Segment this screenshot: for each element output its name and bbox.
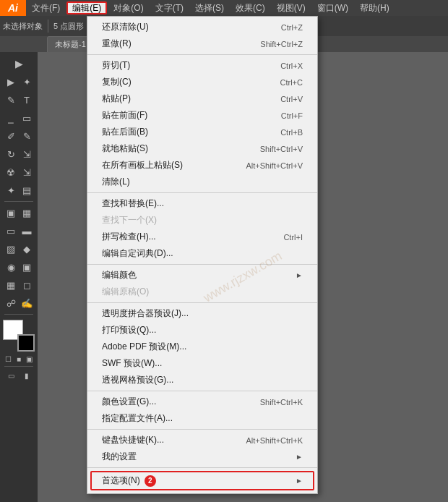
menu-item-perspective-preset[interactable]: 透视网格预设(G)... <box>87 372 317 388</box>
menu-item-print-preset-label: 打印预设(Q)... <box>102 324 156 336</box>
menu-window[interactable]: 窗口(W) <box>311 0 354 16</box>
tool-eyedropper[interactable]: ◆ <box>19 240 35 258</box>
tool-live-paint[interactable]: ▬ <box>19 222 35 239</box>
menu-item-keyboard-shortcuts[interactable]: 键盘快捷键(K)... Alt+Shift+Ctrl+K <box>87 432 317 448</box>
tool-rect[interactable]: ▭ <box>19 109 35 127</box>
tool-shape-builder[interactable]: ▭ <box>3 222 19 239</box>
menu-item-paste-all[interactable]: 在所有画板上粘贴(S) Alt+Shift+Ctrl+V <box>87 157 317 174</box>
edit-dropdown-menu[interactable]: 还原清除(U) Ctrl+Z 重做(R) Shift+Ctrl+Z 剪切(T) … <box>87 16 318 494</box>
tool-hand[interactable]: ✍ <box>19 294 35 312</box>
menu-effect[interactable]: 效果(C) <box>230 0 271 16</box>
menu-item-custom-dict-label: 编辑自定词典(D)... <box>102 247 173 260</box>
none-icon[interactable]: ☐ <box>3 354 13 364</box>
menu-item-transparency-preset[interactable]: 透明度拼合器预设(J)... <box>87 305 317 322</box>
menu-item-paste-back[interactable]: 贴在后面(B) Ctrl+B <box>87 124 317 140</box>
tool-line[interactable]: ⎯ <box>3 109 19 127</box>
menu-item-cut-shortcut: Ctrl+X <box>280 61 303 70</box>
section-clipboard: 剪切(T) Ctrl+X 复制(C) Ctrl+C 粘贴(P) Ctrl+V 贴… <box>87 55 317 193</box>
menu-item-print-preset[interactable]: 打印预设(Q)... <box>87 322 317 339</box>
tool-free-transform[interactable]: ⇲ <box>19 163 35 181</box>
tool-symbol[interactable]: ✦ <box>3 182 19 199</box>
menu-item-find-next: 查找下一个(X) <box>87 212 317 229</box>
menu-item-clear[interactable]: 清除(L) <box>87 174 317 190</box>
menu-item-find-replace[interactable]: 查找和替换(E)... <box>87 195 317 212</box>
preferences-highlight-box: 首选项(N) 2 ► <box>90 471 314 490</box>
menu-item-swf-preset[interactable]: SWF 预设(W)... <box>87 355 317 372</box>
menu-item-paste-inplace[interactable]: 就地粘贴(S) Shift+Ctrl+V <box>87 140 317 157</box>
tool-select[interactable]: ▶ <box>3 55 35 72</box>
tool-row-3: ⎯ ▭ <box>3 109 35 127</box>
tool-row-2: ✎ T <box>3 91 35 109</box>
menu-item-color-settings[interactable]: 颜色设置(G)... Shift+Ctrl+K <box>87 393 317 410</box>
preferences-badge: 2 <box>145 475 156 487</box>
tool-scale[interactable]: ⇲ <box>19 145 35 163</box>
menu-item-cut[interactable]: 剪切(T) Ctrl+X <box>87 57 317 74</box>
menu-item-edit-colors[interactable]: 编辑颜色 ► <box>87 267 317 284</box>
menu-item-undo[interactable]: 还原清除(U) Ctrl+Z <box>87 19 317 35</box>
tool-blend[interactable]: ◉ <box>3 258 19 276</box>
tool-perspective[interactable]: ▨ <box>3 240 19 258</box>
menu-item-my-settings-label: 我的设置 <box>102 451 137 463</box>
menu-item-keyboard-shortcuts-shortcut: Alt+Shift+Ctrl+K <box>246 436 303 445</box>
menu-item-custom-dict[interactable]: 编辑自定词典(D)... <box>87 245 317 262</box>
screen-mode-row: ▭ ▮ <box>3 370 35 380</box>
stroke-color[interactable] <box>17 334 35 352</box>
tool-slice[interactable]: ▦ <box>3 276 19 294</box>
tool-artboard[interactable]: ▣ <box>19 258 35 276</box>
menu-item-perspective-preset-label: 透视网格预设(G)... <box>102 374 173 386</box>
tool-eraser[interactable]: ◻ <box>19 276 35 294</box>
section-colors: 编辑颜色 ► 编辑原稿(O) <box>87 265 317 303</box>
menu-item-copy-label: 复制(C) <box>102 76 132 88</box>
color-icon[interactable]: ■ <box>14 354 24 364</box>
menu-help[interactable]: 帮助(H) <box>354 0 395 16</box>
menu-item-assign-profile[interactable]: 指定配置文件(A)... <box>87 410 317 427</box>
menu-item-assign-profile-label: 指定配置文件(A)... <box>102 412 173 425</box>
tool-zoom[interactable]: ☍ <box>3 294 19 312</box>
menu-item-paste-back-shortcut: Ctrl+B <box>280 128 303 137</box>
menu-item-spellcheck[interactable]: 拼写检查(H)... Ctrl+I <box>87 229 317 245</box>
tool-row-5: ↻ ⇲ <box>3 145 35 163</box>
menu-text[interactable]: 文字(T) <box>150 0 189 16</box>
menu-item-my-settings[interactable]: 我的设置 ► <box>87 448 317 465</box>
menu-item-transparency-preset-label: 透明度拼合器预设(J)... <box>102 307 189 320</box>
shape-selector-label: 5 点圆形 <box>53 21 84 32</box>
menu-item-pdf-preset-label: Adobe PDF 预设(M)... <box>102 341 186 353</box>
full-mode-icon[interactable]: ▮ <box>22 370 32 380</box>
menu-item-paste-back-label: 贴在后面(B) <box>102 126 148 138</box>
menu-select[interactable]: 选择(S) <box>189 0 230 16</box>
menu-item-copy[interactable]: 复制(C) Ctrl+C <box>87 74 317 90</box>
menu-item-spellcheck-shortcut: Ctrl+I <box>283 233 303 242</box>
menu-item-paste-front[interactable]: 贴在前面(F) Ctrl+F <box>87 107 317 124</box>
tool-pen[interactable]: ✎ <box>3 91 19 109</box>
tool-gradient[interactable]: ▣ <box>3 204 19 221</box>
menu-item-redo[interactable]: 重做(R) Shift+Ctrl+Z <box>87 35 317 52</box>
menu-object[interactable]: 对象(O) <box>108 0 149 16</box>
gradient-icon[interactable]: ▣ <box>25 354 35 364</box>
no-selection-label: 未选择对象 <box>3 21 43 32</box>
tool-warp[interactable]: ☢ <box>3 163 19 181</box>
menu-item-cut-label: 剪切(T) <box>102 59 130 72</box>
tool-direct-select[interactable]: ▶ <box>3 73 19 90</box>
tool-rotate[interactable]: ↻ <box>3 145 19 163</box>
tool-separator-2 <box>4 314 33 315</box>
tool-pencil[interactable]: ✎ <box>19 127 35 145</box>
tool-mesh[interactable]: ▦ <box>19 204 35 221</box>
menu-edit[interactable]: 编辑(E) <box>66 1 107 14</box>
menu-view[interactable]: 视图(V) <box>271 0 311 16</box>
menu-item-preferences[interactable]: 首选项(N) 2 ► <box>92 472 313 489</box>
tool-type[interactable]: T <box>19 91 35 109</box>
normal-mode-icon[interactable]: ▭ <box>6 370 16 380</box>
tool-magic[interactable]: ✦ <box>19 73 35 90</box>
menu-item-undo-label: 还原清除(U) <box>102 21 149 33</box>
menu-item-pdf-preset[interactable]: Adobe PDF 预设(M)... <box>87 339 317 355</box>
menu-item-spellcheck-label: 拼写检查(H)... <box>102 231 156 243</box>
menu-item-paste-label: 粘贴(P) <box>102 93 131 105</box>
tool-row-9: ▭ ▬ <box>3 222 35 239</box>
menu-item-copy-shortcut: Ctrl+C <box>280 78 303 87</box>
menu-item-paste[interactable]: 粘贴(P) Ctrl+V <box>87 90 317 107</box>
tool-row-13: ☍ ✍ <box>3 294 35 312</box>
tool-brush[interactable]: ✐ <box>3 127 19 145</box>
tool-column[interactable]: ▤ <box>19 182 35 199</box>
menu-file[interactable]: 文件(F) <box>26 0 66 16</box>
edit-colors-arrow: ► <box>296 271 303 279</box>
